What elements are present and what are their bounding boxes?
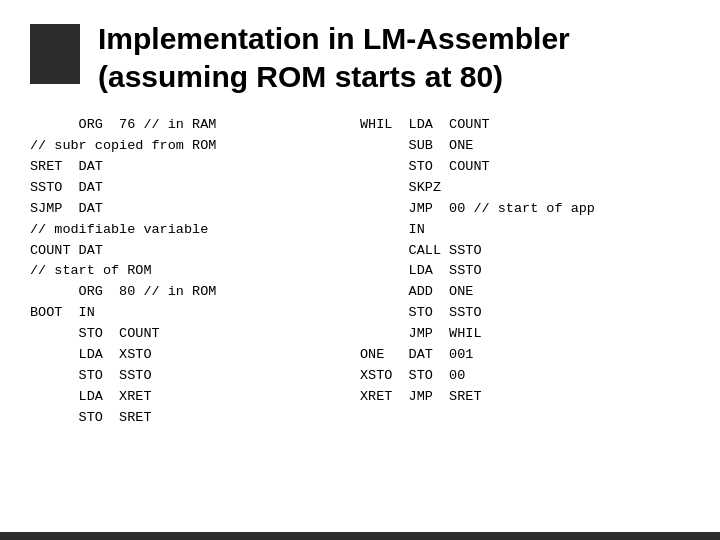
bottom-bar bbox=[0, 532, 720, 540]
slide-title: Implementation in LM-Assembler(assuming … bbox=[98, 20, 570, 95]
title-icon bbox=[30, 24, 80, 84]
left-code-block: ORG 76 // in RAM // subr copied from ROM… bbox=[30, 115, 340, 429]
title-area: Implementation in LM-Assembler(assuming … bbox=[30, 20, 690, 95]
right-code-block: WHIL LDA COUNT SUB ONE STO COUNT SKPZ JM… bbox=[340, 115, 690, 429]
slide-container: Implementation in LM-Assembler(assuming … bbox=[0, 0, 720, 540]
content-area: ORG 76 // in RAM // subr copied from ROM… bbox=[30, 115, 690, 429]
